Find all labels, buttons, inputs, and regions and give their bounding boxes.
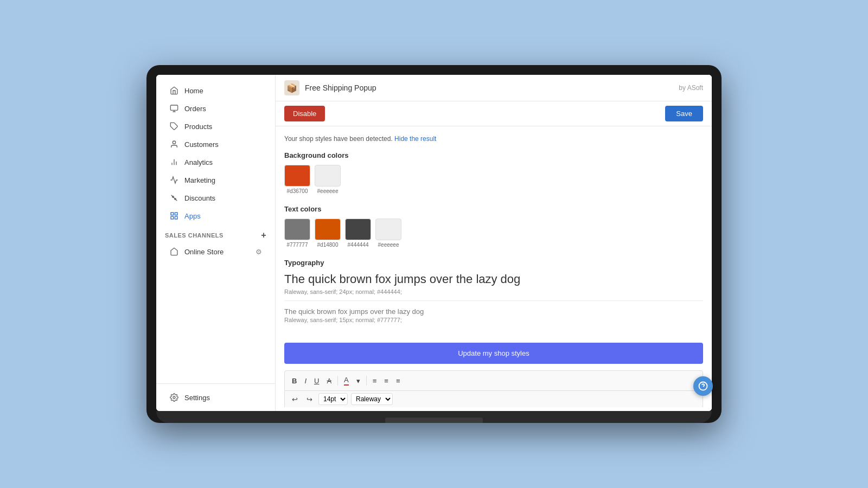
sidebar-item-orders-label: Orders bbox=[184, 105, 206, 113]
sidebar-item-customers-label: Customers bbox=[184, 140, 219, 149]
save-button[interactable]: Save bbox=[665, 106, 703, 121]
typography-meta-main: Raleway, sans-serif; 24px; normal; #4444… bbox=[284, 288, 703, 301]
background-colors-section: Background colors #d36700 #eeeeee bbox=[284, 151, 703, 194]
toolbar-divider-2 bbox=[366, 376, 367, 386]
svg-rect-12 bbox=[175, 213, 177, 215]
text-color-1-label: #777777 bbox=[287, 242, 308, 248]
sidebar-item-discounts-label: Discounts bbox=[184, 194, 215, 202]
bg-color-1[interactable] bbox=[284, 165, 310, 187]
svg-rect-14 bbox=[175, 216, 177, 219]
font-size-select[interactable]: 14pt bbox=[318, 393, 348, 405]
sidebar: Home Orders Products bbox=[156, 75, 276, 411]
app-header: 📦 Free Shipping Popup by ASoft bbox=[276, 75, 712, 101]
font-color-button[interactable]: A bbox=[341, 374, 352, 387]
help-widget[interactable] bbox=[693, 376, 713, 396]
sidebar-item-apps[interactable]: Apps bbox=[161, 207, 271, 224]
text-swatch-3[interactable]: #444444 bbox=[345, 219, 371, 248]
sidebar-item-products-label: Products bbox=[184, 123, 212, 131]
home-icon bbox=[169, 86, 179, 95]
online-store-label: Online Store bbox=[184, 248, 224, 256]
align-center-button[interactable]: ≡ bbox=[381, 375, 391, 387]
add-channel-icon[interactable]: + bbox=[261, 230, 266, 240]
main-content: 📦 Free Shipping Popup by ASoft Disable S… bbox=[276, 75, 712, 411]
svg-rect-0 bbox=[170, 105, 177, 110]
svg-line-10 bbox=[171, 195, 177, 201]
text-swatch-2[interactable]: #d14800 bbox=[315, 219, 341, 248]
sidebar-item-online-store[interactable]: Online Store ⚙ bbox=[161, 243, 271, 260]
sidebar-item-home[interactable]: Home bbox=[161, 82, 271, 99]
editor-sub-toolbar: ↩ ↪ 14pt Raleway bbox=[284, 391, 703, 407]
apps-icon bbox=[169, 211, 179, 221]
sidebar-item-settings[interactable]: Settings bbox=[161, 389, 271, 406]
bg-color-2-label: #eeeeee bbox=[317, 188, 339, 194]
sidebar-item-apps-label: Apps bbox=[184, 212, 201, 220]
svg-rect-13 bbox=[171, 216, 174, 219]
text-swatch-1[interactable]: #777777 bbox=[284, 219, 310, 248]
hide-result-link[interactable]: Hide the result bbox=[394, 135, 436, 143]
sidebar-item-customers[interactable]: Customers bbox=[161, 136, 271, 153]
typography-section: Typography The quick brown fox jumps ove… bbox=[284, 259, 703, 323]
sidebar-item-discounts[interactable]: Discounts bbox=[161, 189, 271, 207]
undo-button[interactable]: ↩ bbox=[289, 394, 301, 405]
toolbar: Disable Save bbox=[276, 101, 712, 126]
svg-rect-11 bbox=[171, 213, 174, 215]
products-icon bbox=[169, 121, 179, 131]
by-label: by ASoft bbox=[679, 84, 703, 92]
editor-toolbar: B I U A A ▾ ≡ ≡ ≡ bbox=[284, 370, 703, 391]
svg-point-15 bbox=[173, 396, 175, 399]
bg-swatch-1[interactable]: #d36700 bbox=[284, 165, 310, 194]
highlight-button[interactable]: ▾ bbox=[354, 375, 363, 387]
background-colors-title: Background colors bbox=[284, 151, 703, 159]
laptop-base bbox=[156, 411, 712, 423]
text-color-2[interactable] bbox=[315, 219, 341, 240]
align-left-button[interactable]: ≡ bbox=[370, 375, 380, 387]
text-color-3-label: #444444 bbox=[348, 242, 369, 248]
update-styles-button[interactable]: Update my shop styles bbox=[284, 343, 703, 364]
text-color-1[interactable] bbox=[284, 219, 310, 240]
text-swatch-4[interactable]: #eeeeee bbox=[375, 219, 401, 248]
app-title: Free Shipping Popup bbox=[305, 84, 376, 92]
disable-button[interactable]: Disable bbox=[284, 106, 325, 121]
marketing-icon bbox=[169, 175, 179, 185]
underline-button[interactable]: U bbox=[311, 375, 322, 387]
toolbar-divider-1 bbox=[337, 376, 338, 386]
italic-button[interactable]: I bbox=[302, 375, 309, 387]
discounts-icon bbox=[169, 193, 179, 203]
text-color-swatches: #777777 #d14800 #444444 bbox=[284, 219, 703, 248]
font-family-select[interactable]: Raleway bbox=[351, 393, 393, 405]
customers-icon bbox=[169, 139, 179, 149]
analytics-icon bbox=[169, 157, 179, 167]
sales-channels-header: SALES CHANNELS + bbox=[156, 225, 275, 242]
sidebar-item-marketing[interactable]: Marketing bbox=[161, 171, 271, 189]
text-color-4-label: #eeeeee bbox=[378, 242, 399, 248]
sidebar-item-home-label: Home bbox=[184, 87, 203, 95]
app-icon: 📦 bbox=[284, 80, 299, 95]
text-colors-section: Text colors #777777 #d14800 bbox=[284, 205, 703, 248]
background-color-swatches: #d36700 #eeeeee bbox=[284, 165, 703, 194]
bold-button[interactable]: B bbox=[289, 375, 299, 387]
svg-point-4 bbox=[173, 141, 175, 144]
redo-button[interactable]: ↪ bbox=[304, 394, 315, 405]
typography-meta-sub: Raleway, sans-serif; 15px; normal; #7777… bbox=[284, 317, 703, 323]
settings-label: Settings bbox=[184, 394, 210, 402]
sidebar-item-analytics[interactable]: Analytics bbox=[161, 153, 271, 171]
text-colors-title: Text colors bbox=[284, 205, 703, 213]
settings-icon bbox=[169, 393, 179, 402]
text-color-2-label: #d14800 bbox=[317, 242, 339, 248]
bg-color-1-label: #d36700 bbox=[287, 188, 308, 194]
online-store-icon bbox=[169, 247, 179, 256]
text-color-4[interactable] bbox=[375, 219, 401, 240]
content-area: Your shop styles have been detected. Hid… bbox=[276, 126, 712, 411]
text-color-3[interactable] bbox=[345, 219, 371, 240]
typography-title: Typography bbox=[284, 259, 703, 267]
bg-swatch-2[interactable]: #eeeeee bbox=[315, 165, 341, 194]
align-right-button[interactable]: ≡ bbox=[393, 375, 403, 387]
bg-color-2[interactable] bbox=[315, 165, 341, 187]
sidebar-item-orders[interactable]: Orders bbox=[161, 100, 271, 117]
online-store-settings-icon[interactable]: ⚙ bbox=[256, 248, 262, 256]
typography-preview-sub: The quick brown fox jumps over the lazy … bbox=[284, 307, 703, 316]
sidebar-item-analytics-label: Analytics bbox=[184, 158, 213, 166]
strikethrough-button[interactable]: A bbox=[324, 375, 334, 387]
sidebar-item-products[interactable]: Products bbox=[161, 118, 271, 135]
orders-icon bbox=[169, 104, 179, 113]
